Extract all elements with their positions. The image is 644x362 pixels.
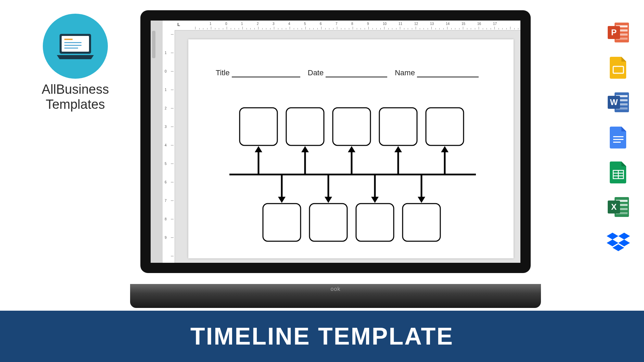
ruler-corner-marker: L (177, 22, 180, 27)
editor-viewport: 10123456789 L 10123456789101112131415161… (151, 21, 520, 263)
laptop-screen-bezel: 10123456789 L 10123456789101112131415161… (140, 10, 531, 273)
vertical-scrollbar-thumb[interactable] (152, 31, 155, 58)
document-header-row: Title Date Name (216, 68, 486, 77)
svg-rect-10 (286, 108, 324, 145)
svg-marker-33 (418, 197, 425, 203)
svg-marker-63 (607, 233, 618, 240)
svg-text:X: X (611, 202, 617, 211)
svg-rect-49 (613, 136, 623, 137)
word-icon[interactable]: W (606, 90, 630, 114)
svg-rect-25 (310, 204, 347, 241)
document-page[interactable]: Title Date Name (188, 39, 514, 258)
banner-title: TIMELINE TEMPLATE (190, 323, 454, 350)
svg-rect-22 (263, 204, 301, 241)
brand-line-2: Templates (46, 97, 105, 112)
svg-text:W: W (610, 98, 618, 107)
timeline-diagram[interactable] (219, 101, 486, 248)
horizontal-ruler[interactable]: L 101234567891011121314151617 (175, 21, 520, 30)
svg-rect-3 (64, 42, 81, 43)
brand-logo-circle (43, 14, 108, 79)
name-label: Name (395, 68, 415, 77)
svg-marker-9 (255, 146, 262, 152)
date-field: Date (308, 68, 387, 77)
svg-rect-1 (62, 36, 89, 52)
google-slides-icon[interactable] (606, 55, 630, 79)
svg-marker-24 (278, 197, 286, 203)
title-underline[interactable] (232, 76, 300, 77)
brand-line-1: AllBusiness (42, 82, 109, 96)
title-banner: TIMELINE TEMPLATE (0, 311, 644, 362)
svg-rect-2 (64, 39, 73, 40)
svg-rect-31 (403, 204, 440, 241)
svg-rect-7 (240, 108, 277, 145)
svg-marker-27 (325, 197, 332, 203)
title-label: Title (216, 68, 230, 77)
dropbox-icon[interactable] (606, 230, 630, 254)
excel-icon[interactable]: X (606, 195, 630, 219)
name-underline[interactable] (417, 76, 479, 77)
svg-marker-21 (441, 146, 449, 152)
svg-rect-13 (333, 108, 370, 145)
date-underline[interactable] (326, 76, 387, 77)
svg-marker-18 (394, 146, 402, 152)
svg-rect-19 (426, 108, 464, 145)
date-label: Date (308, 68, 324, 77)
title-field: Title (216, 68, 300, 77)
format-icons-column: PWX (606, 21, 630, 254)
google-sheets-icon[interactable] (606, 160, 630, 184)
svg-marker-15 (348, 146, 355, 152)
svg-rect-4 (64, 45, 81, 46)
svg-text:P: P (611, 28, 617, 37)
svg-rect-51 (613, 142, 621, 143)
svg-marker-12 (301, 146, 309, 152)
laptop-mockup: 10123456789 L 10123456789101112131415161… (130, 0, 541, 308)
svg-rect-50 (613, 139, 623, 140)
google-docs-icon[interactable] (606, 125, 630, 149)
svg-rect-28 (356, 204, 394, 241)
svg-marker-64 (618, 233, 630, 240)
laptop-hinge-text: ook (331, 286, 341, 292)
powerpoint-icon[interactable]: P (606, 21, 630, 44)
svg-rect-16 (379, 108, 417, 145)
svg-marker-30 (371, 197, 379, 203)
svg-rect-5 (64, 48, 78, 49)
name-field: Name (395, 68, 479, 77)
laptop-document-icon (55, 32, 96, 61)
brand-name: AllBusiness Templates (31, 82, 120, 112)
brand-logo-block: AllBusiness Templates (31, 14, 120, 112)
laptop-base: ook (130, 284, 541, 308)
vertical-ruler[interactable]: 10123456789 (163, 21, 175, 263)
